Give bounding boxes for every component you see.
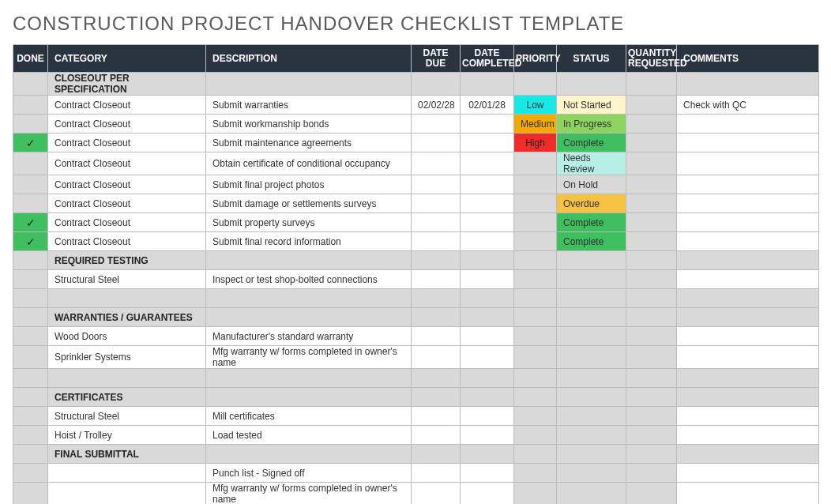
done-cell[interactable] xyxy=(13,152,48,175)
priority-cell[interactable]: High xyxy=(514,134,557,152)
status-cell[interactable]: Complete xyxy=(557,213,626,232)
priority-cell[interactable]: Low xyxy=(514,96,557,115)
comments-cell[interactable] xyxy=(677,270,819,289)
date-completed-cell[interactable] xyxy=(461,134,514,152)
category-cell[interactable]: Contract Closeout xyxy=(48,175,206,194)
date-due-cell[interactable] xyxy=(412,483,461,504)
done-cell[interactable] xyxy=(13,308,48,327)
category-cell[interactable]: Contract Closeout xyxy=(48,213,206,232)
description-cell[interactable]: Punch list - Signed off xyxy=(206,464,412,483)
date-due-cell[interactable] xyxy=(412,175,461,194)
date-completed-cell[interactable] xyxy=(461,464,514,483)
date-completed-cell[interactable] xyxy=(461,232,514,251)
done-cell[interactable] xyxy=(13,327,48,346)
status-cell[interactable]: Complete xyxy=(557,232,626,251)
date-due-cell[interactable] xyxy=(412,270,461,289)
done-cell[interactable] xyxy=(13,251,48,270)
qty-cell[interactable] xyxy=(626,134,677,152)
description-cell[interactable]: Submit final record information xyxy=(206,232,412,251)
done-cell[interactable]: ✓ xyxy=(13,213,48,232)
qty-cell[interactable] xyxy=(626,232,677,251)
qty-cell[interactable] xyxy=(626,346,677,369)
done-cell[interactable] xyxy=(13,96,48,115)
qty-cell[interactable] xyxy=(626,327,677,346)
date-completed-cell[interactable] xyxy=(461,346,514,369)
description-cell[interactable]: Submit property surveys xyxy=(206,213,412,232)
done-cell[interactable] xyxy=(13,388,48,407)
qty-cell[interactable] xyxy=(626,407,677,426)
qty-cell[interactable] xyxy=(626,194,677,213)
comments-cell[interactable] xyxy=(677,194,819,213)
category-cell[interactable]: Contract Closeout xyxy=(48,232,206,251)
comments-cell[interactable] xyxy=(677,483,819,504)
category-cell[interactable]: Contract Closeout xyxy=(48,152,206,175)
description-cell[interactable]: Mfg warranty w/ forms completed in owner… xyxy=(206,346,412,369)
done-cell[interactable] xyxy=(13,407,48,426)
done-cell[interactable] xyxy=(13,346,48,369)
status-cell[interactable]: Complete xyxy=(557,134,626,152)
status-cell[interactable]: Not Started xyxy=(557,96,626,115)
qty-cell[interactable] xyxy=(626,464,677,483)
date-due-cell[interactable] xyxy=(412,213,461,232)
done-cell[interactable] xyxy=(13,445,48,464)
qty-cell[interactable] xyxy=(626,152,677,175)
date-completed-cell[interactable] xyxy=(461,270,514,289)
description-cell[interactable]: Submit maintenance agreements xyxy=(206,134,412,152)
description-cell[interactable]: Mill certificates xyxy=(206,407,412,426)
date-completed-cell[interactable] xyxy=(461,152,514,175)
priority-cell[interactable]: Medium xyxy=(514,115,557,134)
date-due-cell[interactable] xyxy=(412,464,461,483)
category-cell[interactable]: Structural Steel xyxy=(48,270,206,289)
done-cell[interactable] xyxy=(13,194,48,213)
qty-cell[interactable] xyxy=(626,270,677,289)
date-due-cell[interactable] xyxy=(412,407,461,426)
description-cell[interactable]: Submit workmanship bonds xyxy=(206,115,412,134)
date-completed-cell[interactable] xyxy=(461,426,514,445)
category-cell[interactable] xyxy=(48,464,206,483)
done-cell[interactable] xyxy=(13,426,48,445)
description-cell[interactable]: Manufacturer's standard warranty xyxy=(206,327,412,346)
comments-cell[interactable] xyxy=(677,346,819,369)
done-cell[interactable] xyxy=(13,464,48,483)
status-cell[interactable] xyxy=(557,483,626,504)
date-due-cell[interactable] xyxy=(412,346,461,369)
comments-cell[interactable]: Check with QC xyxy=(677,96,819,115)
date-completed-cell[interactable] xyxy=(461,115,514,134)
comments-cell[interactable] xyxy=(677,115,819,134)
category-cell[interactable]: Contract Closeout xyxy=(48,96,206,115)
comments-cell[interactable] xyxy=(677,152,819,175)
done-cell[interactable] xyxy=(13,270,48,289)
status-cell[interactable] xyxy=(557,327,626,346)
done-cell[interactable] xyxy=(13,175,48,194)
date-due-cell[interactable] xyxy=(412,232,461,251)
qty-cell[interactable] xyxy=(626,115,677,134)
done-cell[interactable] xyxy=(13,115,48,134)
description-cell[interactable]: Mfg warranty w/ forms completed in owner… xyxy=(206,483,412,504)
date-completed-cell[interactable] xyxy=(461,483,514,504)
status-cell[interactable] xyxy=(557,426,626,445)
priority-cell[interactable] xyxy=(514,426,557,445)
date-due-cell[interactable] xyxy=(412,152,461,175)
description-cell[interactable]: Load tested xyxy=(206,426,412,445)
description-cell[interactable]: Submit warranties xyxy=(206,96,412,115)
done-cell[interactable] xyxy=(13,73,48,96)
priority-cell[interactable] xyxy=(514,194,557,213)
category-cell[interactable]: Contract Closeout xyxy=(48,194,206,213)
comments-cell[interactable] xyxy=(677,327,819,346)
date-due-cell[interactable] xyxy=(412,115,461,134)
date-due-cell[interactable] xyxy=(412,426,461,445)
status-cell[interactable] xyxy=(557,407,626,426)
date-due-cell[interactable] xyxy=(412,134,461,152)
comments-cell[interactable] xyxy=(677,426,819,445)
category-cell[interactable]: Hoist / Trolley xyxy=(48,426,206,445)
priority-cell[interactable] xyxy=(514,175,557,194)
priority-cell[interactable] xyxy=(514,483,557,504)
comments-cell[interactable] xyxy=(677,407,819,426)
category-cell[interactable]: Sprinkler Systems xyxy=(48,346,206,369)
priority-cell[interactable] xyxy=(514,232,557,251)
qty-cell[interactable] xyxy=(626,213,677,232)
done-cell[interactable] xyxy=(13,483,48,504)
date-completed-cell[interactable] xyxy=(461,327,514,346)
comments-cell[interactable] xyxy=(677,175,819,194)
qty-cell[interactable] xyxy=(626,483,677,504)
